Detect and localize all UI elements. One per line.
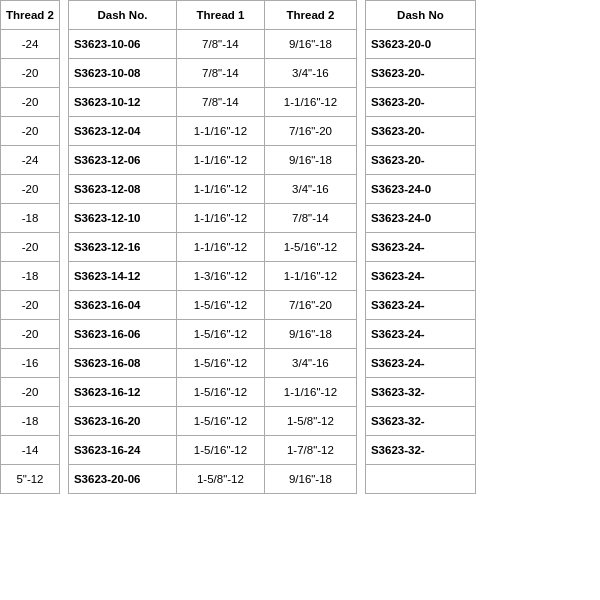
- dash-no-cell: S3623-12-10: [68, 204, 176, 233]
- divider1: [60, 0, 68, 600]
- left-table-row: -24: [1, 146, 60, 175]
- thread2-cell: 1-5/16"-12: [264, 233, 356, 262]
- dash-no-cell: S3623-12-16: [68, 233, 176, 262]
- left-table-row: -18: [1, 204, 60, 233]
- left-table: Thread 2 -24-20-20-20-24-20-18-20-18-20-…: [0, 0, 60, 494]
- thread2-cell: 1-1/16"-12: [264, 262, 356, 291]
- right-table-row: S3623-24-: [365, 262, 475, 291]
- divider2: [357, 0, 365, 600]
- table-row: S3623-16-081-5/16"-123/4"-16: [68, 349, 356, 378]
- dash-no-cell: S3623-10-12: [68, 88, 176, 117]
- thread2-cell: 1-7/8"-12: [264, 436, 356, 465]
- dash-no-cell: S3623-16-12: [68, 378, 176, 407]
- dash-no-cell: S3623-14-12: [68, 262, 176, 291]
- thread1-cell: 1-3/16"-12: [176, 262, 264, 291]
- left-table-row: -14: [1, 436, 60, 465]
- thread2-cell: 7/16"-20: [264, 291, 356, 320]
- thread1-cell: 1-5/16"-12: [176, 349, 264, 378]
- table-row: S3623-12-061-1/16"-129/16"-18: [68, 146, 356, 175]
- thread1-cell: 1-1/16"-12: [176, 204, 264, 233]
- middle-table-section: Dash No. Thread 1 Thread 2 S3623-10-067/…: [68, 0, 357, 600]
- thread1-cell: 1-1/16"-12: [176, 233, 264, 262]
- right-table-row: S3623-32-: [365, 378, 475, 407]
- table-row: S3623-16-121-5/16"-121-1/16"-12: [68, 378, 356, 407]
- left-table-row: -20: [1, 233, 60, 262]
- table-row: S3623-16-201-5/16"-121-5/8"-12: [68, 407, 356, 436]
- right-table-section: Dash No S3623-20-0S3623-20-S3623-20-S362…: [365, 0, 476, 600]
- table-row: S3623-16-241-5/16"-121-7/8"-12: [68, 436, 356, 465]
- right-table-row: S3623-20-: [365, 117, 475, 146]
- left-table-row: -16: [1, 349, 60, 378]
- right-header-dashno: Dash No: [365, 1, 475, 30]
- dash-no-cell: S3623-20-06: [68, 465, 176, 494]
- right-table-row: S3623-24-: [365, 233, 475, 262]
- right-table-row: [365, 465, 475, 494]
- thread1-cell: 1-5/16"-12: [176, 320, 264, 349]
- table-row: S3623-12-081-1/16"-123/4"-16: [68, 175, 356, 204]
- table-row: S3623-14-121-3/16"-121-1/16"-12: [68, 262, 356, 291]
- table-row: S3623-10-087/8"-143/4"-16: [68, 59, 356, 88]
- table-row: S3623-16-041-5/16"-127/16"-20: [68, 291, 356, 320]
- dash-no-cell: S3623-12-08: [68, 175, 176, 204]
- thread2-cell: 1-1/16"-12: [264, 88, 356, 117]
- right-table-row: S3623-20-: [365, 88, 475, 117]
- dash-no-cell: S3623-16-24: [68, 436, 176, 465]
- right-table-row: S3623-24-: [365, 291, 475, 320]
- thread1-cell: 1-5/8"-12: [176, 465, 264, 494]
- table-row: S3623-12-101-1/16"-127/8"-14: [68, 204, 356, 233]
- thread2-cell: 9/16"-18: [264, 30, 356, 59]
- right-table-row: S3623-20-: [365, 146, 475, 175]
- thread1-cell: 1-1/16"-12: [176, 117, 264, 146]
- dash-no-cell: S3623-16-06: [68, 320, 176, 349]
- thread2-cell: 3/4"-16: [264, 59, 356, 88]
- left-table-section: Thread 2 -24-20-20-20-24-20-18-20-18-20-…: [0, 0, 60, 600]
- table-row: S3623-12-161-1/16"-121-5/16"-12: [68, 233, 356, 262]
- left-header-thread2: Thread 2: [1, 1, 60, 30]
- thread1-cell: 1-5/16"-12: [176, 436, 264, 465]
- thread2-cell: 7/8"-14: [264, 204, 356, 233]
- thread2-cell: 3/4"-16: [264, 175, 356, 204]
- thread2-cell: 9/16"-18: [264, 465, 356, 494]
- right-table-row: S3623-32-: [365, 436, 475, 465]
- thread1-cell: 1-1/16"-12: [176, 175, 264, 204]
- right-table-row: S3623-20-0: [365, 30, 475, 59]
- thread1-cell: 7/8"-14: [176, 30, 264, 59]
- page: Thread 2 -24-20-20-20-24-20-18-20-18-20-…: [0, 0, 600, 600]
- thread2-cell: 1-1/16"-12: [264, 378, 356, 407]
- thread2-cell: 9/16"-18: [264, 320, 356, 349]
- left-table-row: -20: [1, 117, 60, 146]
- left-table-row: -20: [1, 175, 60, 204]
- thread1-cell: 1-5/16"-12: [176, 378, 264, 407]
- right-table-row: S3623-24-0: [365, 204, 475, 233]
- middle-table: Dash No. Thread 1 Thread 2 S3623-10-067/…: [68, 0, 357, 494]
- thread1-cell: 1-5/16"-12: [176, 291, 264, 320]
- left-table-row: -20: [1, 320, 60, 349]
- left-table-row: -20: [1, 291, 60, 320]
- thread1-cell: 1-5/16"-12: [176, 407, 264, 436]
- left-table-row: -18: [1, 407, 60, 436]
- thread1-cell: 7/8"-14: [176, 88, 264, 117]
- left-table-row: -20: [1, 378, 60, 407]
- right-table-row: S3623-32-: [365, 407, 475, 436]
- dash-no-cell: S3623-10-06: [68, 30, 176, 59]
- thread2-cell: 1-5/8"-12: [264, 407, 356, 436]
- middle-header-thread2: Thread 2: [264, 1, 356, 30]
- right-table-row: S3623-24-0: [365, 175, 475, 204]
- middle-header-dashno: Dash No.: [68, 1, 176, 30]
- left-table-row: -18: [1, 262, 60, 291]
- dash-no-cell: S3623-16-08: [68, 349, 176, 378]
- right-table-row: S3623-24-: [365, 349, 475, 378]
- dash-no-cell: S3623-12-06: [68, 146, 176, 175]
- dash-no-cell: S3623-10-08: [68, 59, 176, 88]
- table-row: S3623-12-041-1/16"-127/16"-20: [68, 117, 356, 146]
- left-table-row: -20: [1, 59, 60, 88]
- dash-no-cell: S3623-16-20: [68, 407, 176, 436]
- right-table-row: S3623-20-: [365, 59, 475, 88]
- thread2-cell: 7/16"-20: [264, 117, 356, 146]
- table-row: S3623-20-061-5/8"-129/16"-18: [68, 465, 356, 494]
- table-row: S3623-10-127/8"-141-1/16"-12: [68, 88, 356, 117]
- thread1-cell: 7/8"-14: [176, 59, 264, 88]
- thread2-cell: 9/16"-18: [264, 146, 356, 175]
- thread1-cell: 1-1/16"-12: [176, 146, 264, 175]
- table-row: S3623-10-067/8"-149/16"-18: [68, 30, 356, 59]
